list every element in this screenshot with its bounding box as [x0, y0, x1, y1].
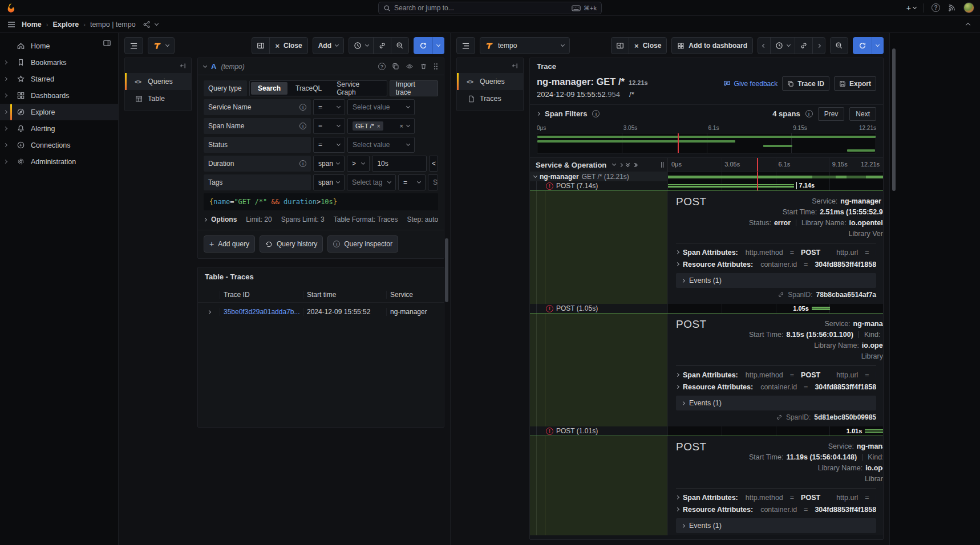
sidebar-item-explore[interactable]: Explore — [0, 104, 118, 120]
close-pane-button-left[interactable]: ×Close — [269, 37, 307, 54]
sidebar-item-dashboards[interactable]: Dashboards — [0, 87, 118, 104]
resource-attributes-row[interactable]: Resource Attributes:container.id=304fd88… — [676, 503, 876, 515]
collapse-query-icon[interactable] — [203, 63, 207, 67]
expand-filters-icon[interactable] — [536, 112, 540, 116]
hide-query-icon[interactable] — [406, 63, 414, 70]
user-avatar[interactable] — [963, 2, 974, 13]
link-icon[interactable] — [776, 414, 783, 421]
share-icon[interactable] — [143, 21, 151, 29]
sidebar-item-starred[interactable]: Starred — [0, 71, 118, 87]
prev-span-button[interactable]: Prev — [818, 107, 845, 121]
link-button-left[interactable] — [373, 37, 391, 54]
link-icon[interactable] — [777, 291, 784, 298]
search-input[interactable]: Search or jump to... ⌘+k — [378, 2, 602, 14]
span-name-value-select[interactable]: GET /*× × — [347, 118, 415, 134]
span-attributes-row[interactable]: Span Attributes:http.method=POSThttp.url… — [676, 491, 876, 503]
tags-scope-select[interactable]: span — [313, 174, 345, 190]
minimap-canvas[interactable] — [537, 133, 876, 153]
right-nav-queries[interactable]: <> Queries — [457, 73, 523, 90]
duration-scope-select[interactable]: span — [313, 156, 345, 172]
breadcrumb-explore[interactable]: Explore — [52, 21, 79, 29]
collapse-nav-icon-left[interactable] — [179, 62, 187, 70]
datasource-picker-right[interactable]: tempo — [480, 37, 570, 54]
refresh-button-right[interactable] — [853, 37, 872, 54]
clear-icon[interactable]: × — [400, 123, 403, 129]
events-row[interactable]: Events (1) — [676, 518, 876, 533]
import-trace-button[interactable]: Import trace — [390, 80, 438, 96]
split-view-button-right[interactable] — [611, 37, 629, 54]
remove-chip-icon[interactable]: × — [377, 123, 380, 129]
export-button[interactable]: Export — [834, 76, 876, 91]
grafana-logo[interactable] — [6, 2, 17, 13]
status-value-select[interactable]: Select value — [347, 137, 415, 153]
tags-key-select[interactable]: Select tag — [347, 174, 396, 190]
resource-attributes-row[interactable]: Resource Attributes:container.id=304fd88… — [676, 258, 876, 270]
span-bar[interactable] — [668, 184, 794, 188]
page-scrollbar[interactable] — [892, 48, 896, 191]
column-resize-handle[interactable] — [661, 162, 664, 168]
query-inspector-button[interactable]: iQuery inspector — [327, 235, 398, 253]
expand-all-icon[interactable] — [633, 164, 637, 166]
span-name-op-select[interactable]: = — [313, 118, 345, 134]
span-attributes-row[interactable]: Span Attributes:http.method=POSThttp.url… — [676, 246, 876, 258]
sidebar-item-alerting[interactable]: Alerting — [0, 120, 118, 137]
zoom-out-button-left[interactable] — [391, 37, 409, 54]
duration-op-select[interactable]: > — [347, 156, 370, 172]
tags-op-select[interactable]: = — [398, 174, 426, 190]
menu-icon[interactable] — [7, 20, 16, 29]
refresh-interval-chevron-right[interactable] — [872, 37, 884, 54]
events-row[interactable]: Events (1) — [676, 396, 876, 410]
next-span-button[interactable]: Next — [849, 107, 876, 121]
close-pane-button-right[interactable]: ×Close — [629, 37, 667, 54]
col-service[interactable]: Service — [386, 291, 444, 299]
query-ref[interactable]: A — [211, 62, 216, 71]
tab-traceql[interactable]: TraceQL — [289, 82, 329, 95]
drag-handle-icon[interactable] — [434, 63, 438, 70]
col-trace-id[interactable]: Trace ID — [220, 291, 303, 299]
time-picker-button-left[interactable] — [349, 37, 374, 54]
tab-service-graph[interactable]: Service Graph — [330, 82, 386, 95]
service-name-op-select[interactable]: = — [313, 99, 345, 115]
span-row-post-3[interactable]: !POST (1.01s) 1.01s — [530, 426, 883, 436]
events-row[interactable]: Events (1) — [676, 273, 876, 288]
time-picker-button-right[interactable] — [770, 37, 795, 54]
breadcrumb-chevron-icon[interactable] — [155, 21, 159, 25]
span-bar[interactable] — [812, 307, 830, 310]
collapse-top-icon[interactable] — [966, 23, 970, 27]
give-feedback-link[interactable]: Give feedback — [723, 80, 778, 88]
refresh-button-left[interactable] — [414, 37, 433, 54]
sidebar-item-connections[interactable]: Connections — [0, 137, 118, 153]
sidebar-item-bookmarks[interactable]: Bookmarks — [0, 54, 118, 71]
trace-id-button[interactable]: Trace ID — [782, 76, 829, 91]
help-icon[interactable]: ? — [932, 3, 940, 12]
query-rows-toggle-button[interactable] — [124, 37, 143, 54]
delete-query-icon[interactable] — [420, 63, 427, 70]
split-view-button-left[interactable] — [252, 37, 270, 54]
span-row-post-2[interactable]: !POST (1.05s) 1.05s — [530, 304, 883, 313]
news-icon[interactable] — [947, 3, 956, 12]
breadcrumb-home[interactable]: Home — [22, 21, 42, 29]
add-button-left[interactable]: Add — [313, 37, 344, 54]
tab-search[interactable]: Search — [251, 82, 287, 95]
span-row-root[interactable]: ng-managerGET /* (12.21s) — [530, 172, 883, 181]
span-filters-label[interactable]: Span Filters — [545, 109, 587, 118]
time-forward-button[interactable] — [812, 37, 825, 54]
query-history-button[interactable]: Query history — [260, 235, 323, 253]
refresh-interval-chevron[interactable] — [432, 37, 444, 54]
add-menu-button[interactable]: + — [906, 3, 916, 13]
sidebar-item-home[interactable]: Home — [0, 38, 118, 54]
left-nav-table[interactable]: Table — [125, 90, 191, 107]
sidebar-item-administration[interactable]: Administration — [0, 153, 118, 170]
right-nav-traces[interactable]: Traces — [457, 90, 523, 107]
span-bar[interactable] — [865, 429, 882, 433]
service-name-value-select[interactable]: Select value — [347, 99, 415, 115]
span-name-chip[interactable]: GET /*× — [353, 121, 383, 131]
expand-one-icon[interactable] — [619, 164, 622, 166]
add-query-button[interactable]: +Add query — [204, 235, 255, 253]
time-back-button[interactable] — [758, 37, 771, 54]
col-start-time[interactable]: Start time — [303, 291, 386, 299]
zoom-out-button-right[interactable] — [830, 37, 848, 54]
left-pane-scrollbar[interactable] — [445, 238, 448, 302]
expand-row-icon[interactable] — [206, 310, 210, 314]
add-to-dashboard-button[interactable]: Add to dashboard — [671, 37, 753, 54]
